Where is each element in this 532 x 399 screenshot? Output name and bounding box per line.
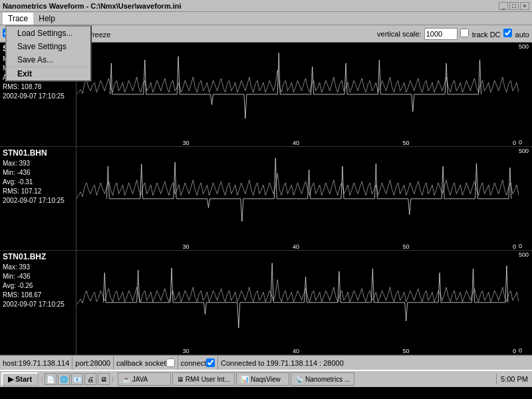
taskbar-task-nano[interactable]: 📡 Nanometrics ...: [291, 372, 354, 386]
window-title: Nanometrics Waveform - C:\Nmx\User\wavef…: [3, 2, 182, 10]
trace-canvas-2: 500 0 30 40 50 0: [76, 251, 532, 354]
trace-panel-1: STN01.BHN Max: 393 Min: -436 Avg: -0.31 …: [0, 147, 532, 251]
trace-avg-2: Avg: -0.26: [3, 281, 73, 291]
connect-checkbox[interactable]: [206, 358, 215, 367]
start-button[interactable]: ▶ Start: [1, 372, 39, 386]
taskbar-icon-5[interactable]: 🖥: [98, 373, 110, 385]
menu-load-settings[interactable]: Load Settings...: [7, 27, 90, 40]
naqs-icon: 📊: [241, 376, 249, 383]
auto-label: auto: [503, 29, 529, 39]
trace-avg-1: Avg: -0.31: [3, 178, 73, 187]
connected-text: Connected to 199.71.138.114 : 28000: [221, 359, 344, 367]
x-axis-0: 30 40 50 0: [76, 140, 519, 146]
y-axis-0: 500 0: [519, 43, 532, 146]
callback-label: callback socket: [116, 359, 166, 367]
nano-icon: 📡: [295, 376, 303, 383]
taskbar-icon-2[interactable]: 🌐: [58, 373, 70, 385]
trace-max-2: Max: 393: [3, 263, 73, 272]
taskbar-icon-3[interactable]: 📧: [71, 373, 83, 385]
title-bar: Nanometrics Waveform - C:\Nmx\User\wavef…: [0, 0, 532, 12]
callback-checkbox[interactable]: [166, 358, 175, 367]
port-segment: port: 28000: [72, 356, 114, 370]
taskbar-task-naqs[interactable]: 📊 NaqsView: [236, 372, 289, 386]
trace-rms-0: RMS: 108.78: [3, 82, 73, 92]
trace-panel-2: STN01.BHZ Max: 393 Min: -436 Avg: -0.26 …: [0, 251, 532, 355]
trace-canvas-0: 500 0 30 40 50 0: [76, 43, 532, 146]
trace-ts-0: 2002-09-07 17:10:25: [3, 92, 73, 101]
port-value: 28000: [90, 359, 110, 367]
connected-segment: Connected to 199.71.138.114 : 28000: [218, 356, 532, 370]
trace-rms-2: RMS: 108.67: [3, 291, 73, 300]
vertical-scale-input[interactable]: [424, 28, 458, 40]
trace-name-2: STN01.BHZ: [3, 252, 73, 261]
waveform-svg-2: [76, 251, 519, 354]
status-bar: host: 199.71.138.114 port: 28000 callbac…: [0, 355, 532, 370]
trace-rms-1: RMS: 107.12: [3, 187, 73, 196]
waveform-area: STN01.BHE Max: 393 Min: -454 Avg: -0.25 …: [0, 43, 532, 355]
minimize-button[interactable]: _: [499, 2, 508, 10]
window-controls[interactable]: _ □ ×: [499, 2, 529, 10]
auto-checkbox[interactable]: [503, 29, 512, 37]
connect-label: connect: [181, 359, 207, 367]
rm4-icon: 🖥: [177, 376, 184, 383]
host-segment: host: 199.71.138.114: [0, 356, 72, 370]
x-axis-2: 30 40 50 0: [76, 348, 519, 354]
menu-save-settings[interactable]: Save Settings: [7, 40, 90, 53]
trace-info-2: STN01.BHZ Max: 393 Min: -436 Avg: -0.26 …: [0, 251, 76, 354]
menu-trace[interactable]: Trace: [3, 13, 33, 25]
port-label: port:: [75, 359, 90, 367]
java-icon: ☕: [122, 376, 130, 383]
host-value: 199.71.138.114: [19, 359, 69, 367]
taskbar-icon-4[interactable]: 🖨: [84, 373, 96, 385]
trace-name-1: STN01.BHN: [3, 148, 73, 158]
waveform-svg-0: [76, 43, 519, 146]
track-dc-checkbox[interactable]: [460, 29, 469, 37]
callback-segment: callback socket: [114, 356, 178, 370]
taskbar-time: 5:00 PM: [496, 374, 532, 384]
maximize-button[interactable]: □: [509, 2, 519, 10]
host-label: host:: [3, 359, 19, 367]
taskbar-icon-1[interactable]: 📄: [45, 373, 57, 385]
taskbar-task-java[interactable]: ☕ JAVA: [118, 372, 171, 386]
y-axis-1: 500 0: [519, 147, 532, 251]
close-button[interactable]: ×: [520, 2, 529, 10]
trace-info-1: STN01.BHN Max: 393 Min: -436 Avg: -0.31 …: [0, 147, 76, 251]
menu-exit[interactable]: Exit: [7, 66, 90, 80]
trace-min-1: Min: -436: [3, 168, 73, 178]
menu-save-as[interactable]: Save As...: [7, 53, 90, 66]
taskbar-task-rm4[interactable]: 🖥 RM4 User Int...: [172, 372, 235, 386]
menu-bar: Trace Help: [0, 12, 532, 25]
trace-max-1: Max: 393: [3, 159, 73, 168]
menu-help[interactable]: Help: [33, 13, 61, 25]
connect-segment: connect: [178, 356, 219, 370]
taskbar: ▶ Start | 📄 🌐 📧 🖨 🖥 | ☕ JAVA 🖥 RM4 User …: [0, 370, 532, 387]
track-dc-label: track DC: [460, 29, 501, 39]
start-icon: ▶: [8, 375, 13, 384]
trace-ts-1: 2002-09-07 17:10:25: [3, 196, 73, 205]
trace-canvas-1: 500 0 30 40 50 0: [76, 147, 532, 251]
waveform-svg-1: [76, 147, 519, 251]
trace-min-2: Min: -436: [3, 272, 73, 281]
y-axis-2: 500 0: [519, 251, 532, 354]
vertical-scale-label: vertical scale:: [377, 30, 422, 38]
trace-ts-2: 2002-09-07 17:10:25: [3, 300, 73, 309]
taskbar-tasks: ☕ JAVA 🖥 RM4 User Int... 📊 NaqsView 📡 Na…: [115, 372, 496, 386]
trace-dropdown: Load Settings... Save Settings Save As..…: [5, 25, 92, 82]
x-axis-1: 30 40 50 0: [76, 243, 519, 250]
start-label: Start: [15, 375, 32, 383]
